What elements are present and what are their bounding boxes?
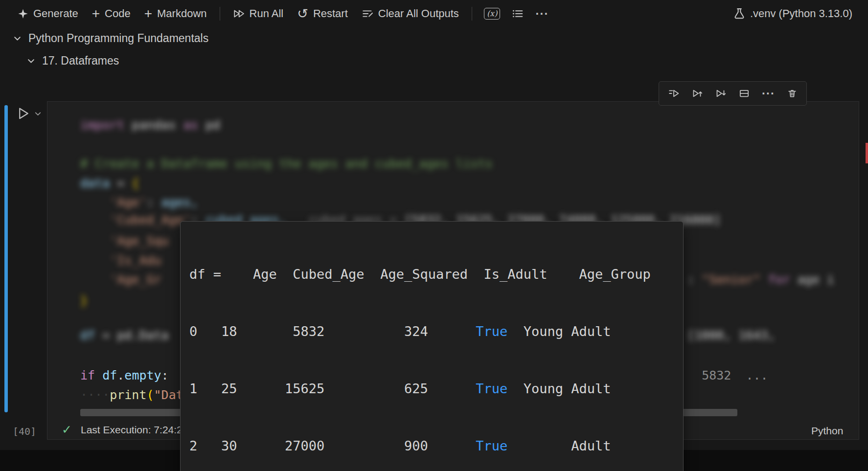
clear-outputs-label: Clear All Outputs	[378, 7, 459, 20]
plus-icon: +	[144, 9, 152, 19]
add-markdown-label: Markdown	[157, 7, 206, 20]
section-title-row[interactable]: 17. Dataframes	[23, 54, 122, 68]
add-markdown-button[interactable]: + Markdown	[137, 4, 214, 23]
section-title: 17. Dataframes	[42, 54, 119, 67]
execution-count: [40]	[13, 426, 36, 437]
clear-outputs-icon	[362, 9, 373, 19]
run-by-line-icon	[668, 89, 680, 98]
blurred-code-fragment: : "Senior" for age i	[687, 270, 834, 289]
chevron-down-icon	[13, 34, 22, 43]
dataframe-hover-tooltip: df = Age Cubed_Age Age_Squared Is_Adult …	[180, 221, 684, 471]
run-all-button[interactable]: Run All	[226, 4, 291, 23]
beaker-icon	[733, 8, 745, 20]
run-cell-button[interactable]	[13, 106, 45, 121]
add-code-button[interactable]: + Code	[85, 4, 137, 23]
blurred-code-line: data = {	[80, 174, 139, 193]
blurred-code-line: 'Age_Gr	[80, 270, 161, 289]
plus-icon: +	[92, 9, 100, 19]
restart-icon: ↺	[297, 8, 308, 19]
ellipsis-icon: ···	[535, 7, 548, 21]
blurred-code-line: 'Is_Adu	[80, 251, 161, 270]
blurred-code-line: df = pd.Data	[80, 326, 169, 345]
toolbar-separator	[220, 7, 220, 21]
run-by-line-button[interactable]	[664, 87, 684, 100]
run-below-icon	[715, 89, 727, 98]
generate-button[interactable]: Generate	[11, 4, 85, 23]
run-below-button[interactable]	[711, 87, 731, 100]
restart-button[interactable]: ↺ Restart	[290, 4, 355, 23]
blurred-code-line: }	[80, 291, 88, 310]
variables-button[interactable]: (x)	[478, 5, 506, 22]
delete-cell-button[interactable]	[783, 87, 801, 100]
notebook-title: Python Programming Fundamentals	[28, 32, 208, 45]
kernel-picker[interactable]: .venv (Python 3.13.0)	[731, 7, 855, 21]
ellipsis-icon: ···	[762, 87, 775, 100]
play-icon	[16, 106, 30, 121]
blurred-code-line: 'Age_Squ	[80, 231, 169, 250]
cell-language-picker[interactable]: Python	[808, 425, 846, 437]
notebook-window: Generate + Code + Markdown Run All ↺ Res…	[0, 0, 868, 471]
blurred-code-fragment: [1000, 1643,	[687, 326, 776, 345]
trash-icon	[787, 89, 798, 98]
indent-whitespace-dots: ····	[80, 388, 110, 402]
chevron-down-icon	[34, 110, 42, 118]
outline-button[interactable]	[506, 5, 529, 22]
restart-label: Restart	[313, 7, 348, 20]
tooltip-row: 0 18 5832 324 True Young Adult	[189, 322, 674, 341]
more-actions-button[interactable]: ···	[529, 4, 554, 23]
sparkle-icon	[18, 8, 28, 19]
tooltip-row: 1 25 15625 625 True Young Adult	[189, 379, 674, 398]
run-above-icon	[691, 89, 703, 98]
add-code-label: Code	[105, 7, 131, 20]
tooltip-row: 2 30 27000 900 True Adult	[189, 436, 674, 455]
notebook-title-row[interactable]: Python Programming Fundamentals	[10, 31, 211, 45]
tooltip-header: df = Age Cubed_Age Age_Squared Is_Adult …	[189, 265, 674, 284]
blurred-code-line: # Create a Dataframe using the ages and …	[80, 154, 493, 173]
chevron-down-icon	[26, 56, 36, 66]
variables-icon: (x)	[484, 8, 501, 20]
run-above-button[interactable]	[687, 87, 707, 100]
success-check-icon: ✓	[62, 424, 72, 436]
run-all-label: Run All	[250, 7, 284, 20]
blurred-code-line: import pandas as pd	[80, 115, 220, 135]
toolbar-separator	[472, 7, 472, 21]
kernel-label: .venv (Python 3.13.0)	[750, 7, 852, 20]
generate-label: Generate	[33, 7, 78, 20]
split-cell-icon	[738, 89, 750, 98]
run-all-icon	[233, 9, 245, 19]
overview-ruler-error-mark	[866, 143, 868, 163]
cell-focus-bar	[4, 105, 8, 412]
split-cell-button[interactable]	[734, 87, 754, 100]
notebook-toolbar: Generate + Code + Markdown Run All ↺ Res…	[0, 0, 868, 27]
outline-icon	[512, 8, 524, 19]
clear-outputs-button[interactable]: Clear All Outputs	[355, 4, 466, 23]
cell-more-actions-button[interactable]: ···	[758, 85, 779, 102]
cell-toolbar: ···	[659, 81, 807, 106]
blurred-code-line: 'Age': ages,	[80, 193, 198, 212]
